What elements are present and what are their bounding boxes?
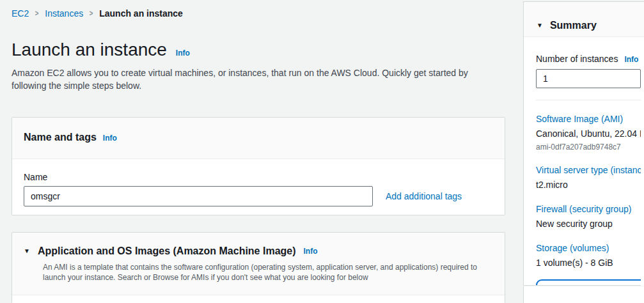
- summary-header: ▼ Summary: [524, 2, 644, 37]
- ami-section-title: Application and OS Images (Amazon Machin…: [38, 245, 296, 257]
- summary-item-storage: Storage (volumes) 1 volume(s) - 8 GiB: [536, 242, 644, 268]
- name-input[interactable]: [24, 186, 373, 206]
- number-of-instances-info-link[interactable]: Info: [624, 55, 638, 64]
- summary-divider: [536, 100, 641, 100]
- breadcrumb-link-instances[interactable]: Instances: [45, 8, 83, 19]
- chevron-right-icon: >: [90, 8, 93, 18]
- software-image-link[interactable]: Software Image (AMI): [536, 113, 644, 125]
- summary-content: Number of instances Info Software Image …: [524, 37, 644, 268]
- software-image-ami-id: ami-0df7a207adb9748c7: [536, 143, 644, 152]
- summary-title: Summary: [550, 20, 597, 31]
- summary-collapse-triangle-icon[interactable]: ▼: [537, 22, 543, 29]
- name-and-tags-header: Name and tags Info: [12, 118, 505, 159]
- summary-item-ami: Software Image (AMI) Canonical, Ubuntu, …: [536, 113, 644, 152]
- summary-panel: ▼ Summary Number of instances Info Softw…: [523, 1, 644, 286]
- ami-card: ▼ Application and OS Images (Amazon Mach…: [12, 232, 505, 303]
- software-image-value: Canonical, Ubuntu, 22.04 LTS: [536, 128, 644, 139]
- name-label: Name: [24, 172, 493, 182]
- page-header: Launch an instance Info Amazon EC2 allow…: [12, 40, 507, 92]
- name-and-tags-body: Name Add additional tags: [12, 159, 505, 206]
- ami-card-body: [12, 295, 505, 303]
- number-of-instances-input[interactable]: [536, 69, 641, 88]
- page-title-info-link[interactable]: Info: [176, 49, 190, 58]
- breadcrumb: EC2 > Instances > Launch an instance: [12, 8, 183, 19]
- number-of-instances-label: Number of instances: [536, 54, 618, 64]
- chevron-right-icon: >: [35, 8, 39, 18]
- summary-footer-area: [523, 286, 644, 303]
- firewall-link[interactable]: Firewall (security group): [536, 203, 644, 215]
- name-and-tags-card: Name and tags Info Name Add additional t…: [12, 117, 505, 215]
- summary-bottom-button[interactable]: [536, 279, 644, 285]
- ami-section-description: An AMI is a template that contains the s…: [43, 262, 493, 283]
- virtual-server-type-link[interactable]: Virtual server type (instance type): [536, 164, 644, 176]
- scrollbar-track[interactable]: [641, 37, 644, 286]
- page-description: Amazon EC2 allows you to create virtual …: [12, 66, 496, 92]
- storage-link[interactable]: Storage (volumes): [536, 242, 644, 254]
- page-title: Launch an instance: [12, 40, 167, 60]
- storage-value: 1 volume(s) - 8 GiB: [536, 257, 644, 268]
- summary-item-instance-type: Virtual server type (instance type) t2.m…: [536, 164, 644, 190]
- ami-card-header: ▼ Application and OS Images (Amazon Mach…: [12, 233, 505, 295]
- virtual-server-type-value: t2.micro: [536, 179, 644, 190]
- ami-info-link[interactable]: Info: [304, 247, 318, 256]
- firewall-value: New security group: [536, 218, 644, 229]
- name-and-tags-info-link[interactable]: Info: [103, 134, 117, 143]
- breadcrumb-current: Launch an instance: [99, 8, 183, 19]
- add-additional-tags-link[interactable]: Add additional tags: [386, 191, 462, 201]
- collapse-triangle-icon[interactable]: ▼: [24, 248, 30, 254]
- breadcrumb-link-ec2[interactable]: EC2: [12, 8, 29, 19]
- summary-item-firewall: Firewall (security group) New security g…: [536, 203, 644, 229]
- name-and-tags-title: Name and tags: [24, 132, 97, 143]
